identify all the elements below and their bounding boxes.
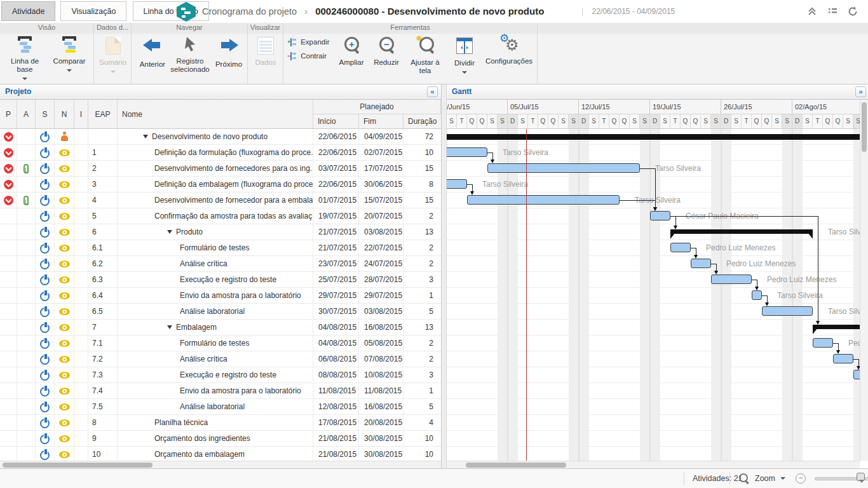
scrollbar-thumb[interactable] (862, 102, 867, 152)
expander-icon[interactable] (167, 230, 172, 234)
col-header-p[interactable]: P (0, 100, 17, 128)
cell-nome: Desenvolvimento de novo produto (118, 129, 313, 144)
gantt-bar[interactable] (691, 259, 711, 268)
expander-icon[interactable] (143, 135, 148, 139)
ajustar-a-tela-button[interactable]: ✹ Ajustar à tela (404, 36, 446, 75)
configuracoes-button[interactable]: ⚙⚙ Configurações (482, 36, 536, 65)
gantt-bar[interactable] (447, 179, 467, 189)
gantt-bar[interactable] (752, 290, 762, 300)
cell-duracao: 10 (403, 145, 441, 160)
col-header-eap[interactable]: EAP (88, 100, 118, 128)
col-header-a[interactable]: A (17, 100, 36, 128)
cell-nome: Desenvolvimento de fornecedores para os … (118, 161, 313, 176)
table-row[interactable]: 2Desenvolvimento de fornecedores para os… (0, 161, 441, 177)
breadcrumb-link[interactable]: Cronograma do projeto (202, 6, 297, 17)
scrollbar-thumb[interactable] (3, 463, 153, 468)
table-row[interactable]: 7.2Análise crítica06/08/201507/08/20152 (0, 351, 441, 367)
gantt-horizontal-scrollbar[interactable] (447, 461, 860, 468)
gantt-bar[interactable] (853, 370, 860, 379)
col-header-i[interactable]: I (74, 100, 88, 128)
gantt-vertical-scrollbar[interactable] (860, 100, 868, 461)
gantt-bar[interactable] (833, 354, 853, 363)
registro-selecionado-button[interactable]: Registro selecionado (170, 36, 210, 74)
table-row[interactable]: 7.3Execução e registro do teste08/08/201… (0, 367, 441, 383)
gantt-bar[interactable] (711, 274, 752, 284)
status-power-icon (40, 180, 50, 189)
gantt-bar[interactable] (650, 211, 670, 220)
table-row[interactable]: Desenvolvimento de novo produto22/06/201… (0, 129, 441, 145)
visibility-eye-icon (59, 276, 70, 283)
expand-panel-button[interactable]: » (855, 86, 866, 97)
panel-splitter[interactable] (442, 85, 447, 468)
cell-n (55, 304, 74, 319)
expander-icon[interactable] (167, 325, 172, 329)
table-row[interactable]: 9Orçamento dos ingredientes21/08/201530/… (0, 431, 441, 447)
zoom-slider-thumb[interactable] (857, 473, 865, 481)
tab-linha-do-tempo[interactable]: Linha do tempo (133, 1, 209, 21)
gantt-bar[interactable] (447, 147, 487, 157)
table-row[interactable]: 6.2Análise crítica23/07/201524/07/20152 (0, 256, 441, 272)
gantt-bar[interactable] (762, 306, 813, 316)
zoom-out-button[interactable]: − (796, 473, 806, 484)
gantt-bar[interactable] (670, 243, 691, 252)
table-row[interactable]: 4Desenvolvimento de fornecedor para a em… (0, 193, 441, 208)
cell-eap: 10 (88, 447, 118, 461)
collapse-panel-button[interactable]: « (427, 86, 438, 97)
ribbon-group-dados: Dados d... Sumário (94, 23, 132, 84)
proximo-button[interactable]: Próximo (211, 36, 247, 69)
cell-eap: 6 (88, 224, 118, 240)
scrollbar-thumb[interactable] (466, 463, 566, 468)
col-header-duracao[interactable]: Duração (403, 114, 441, 128)
task-name: Envio da amostra para o laboratório (180, 386, 301, 395)
table-row[interactable]: 6.4Envio da amostra para o laboratório29… (0, 288, 441, 304)
gantt-bar[interactable] (813, 338, 833, 348)
table-row[interactable]: 3Definição da embalagem (fluxograma do p… (0, 177, 441, 193)
anterior-button[interactable]: Anterior (135, 36, 170, 69)
table-row[interactable]: 7.4Envio da amostra para o laboratório11… (0, 383, 441, 399)
collapse-ribbon-icon[interactable] (806, 6, 818, 17)
col-header-planejado[interactable]: Planejado (313, 100, 441, 114)
tab-visualização[interactable]: Visualização (60, 1, 126, 21)
chevron-down-icon (462, 71, 467, 74)
table-row[interactable]: 6Produto21/07/201503/08/201513 (0, 224, 441, 240)
table-row[interactable]: 8Planilha técnica17/08/201520/08/20154 (0, 415, 441, 431)
day-header-cell: D (721, 114, 731, 128)
dividir-button[interactable]: Dividir (449, 36, 480, 75)
table-row[interactable]: 5Confirmação da amostra para todas as av… (0, 208, 441, 224)
col-header-inicio[interactable]: Início (313, 114, 359, 128)
visibility-eye-icon (59, 419, 70, 426)
table-row[interactable]: 7Embalagem04/08/201516/08/201513 (0, 320, 441, 336)
cell-inicio: 22/06/2015 (313, 177, 359, 192)
gantt-bar[interactable] (467, 195, 620, 205)
gantt-timescale: 28/Jun/15DSTQQSS05/Jul/15DSTQQSS12/Jul/1… (447, 100, 860, 129)
gantt-bar[interactable] (487, 163, 640, 173)
table-row[interactable]: 10Orçamento da embalagem21/08/201530/08/… (0, 447, 441, 461)
table-row[interactable]: 6.3Execução e registro do teste25/07/201… (0, 272, 441, 288)
zoom-menu-button[interactable]: Zoom (755, 469, 775, 488)
reduzir-button[interactable]: − Reduzir (370, 36, 403, 67)
table-row[interactable]: 6.1Formulário de testes21/07/201522/07/2… (0, 240, 441, 256)
gantt-summary-bar[interactable] (813, 325, 860, 329)
table-row[interactable]: 6.5Análise laboratorial30/07/201503/08/2… (0, 304, 441, 320)
cell-inicio: 08/08/2015 (313, 367, 359, 383)
chevron-down-icon (22, 78, 27, 80)
col-header-s[interactable]: S (36, 100, 55, 128)
gantt-summary-bar[interactable] (447, 134, 860, 140)
tab-atividade[interactable]: Atividade (1, 1, 55, 21)
cell-a (17, 256, 36, 271)
grid-horizontal-scrollbar[interactable] (0, 461, 442, 468)
linha-de-base-button[interactable]: Linha de base (4, 36, 46, 81)
col-header-nome[interactable]: Nome (118, 100, 313, 128)
link-arrow-icon (694, 255, 698, 259)
table-row[interactable]: 7.1Formulário de testes04/08/201505/08/2… (0, 336, 441, 351)
table-row[interactable]: 7.5Análise laboratorial12/08/201516/08/2… (0, 399, 441, 415)
comparar-button[interactable]: Comparar (48, 36, 90, 73)
col-header-fim[interactable]: Fim (359, 114, 403, 128)
gantt-summary-bar[interactable] (670, 229, 813, 234)
col-header-n[interactable]: N (55, 100, 74, 128)
status-power-icon (40, 434, 50, 444)
refresh-icon[interactable] (847, 6, 858, 17)
menu-list-icon[interactable] (827, 6, 838, 17)
table-row[interactable]: 1Definição da formulação (fluxograma do … (0, 145, 441, 161)
ampliar-button[interactable]: + Ampliar (334, 36, 369, 67)
